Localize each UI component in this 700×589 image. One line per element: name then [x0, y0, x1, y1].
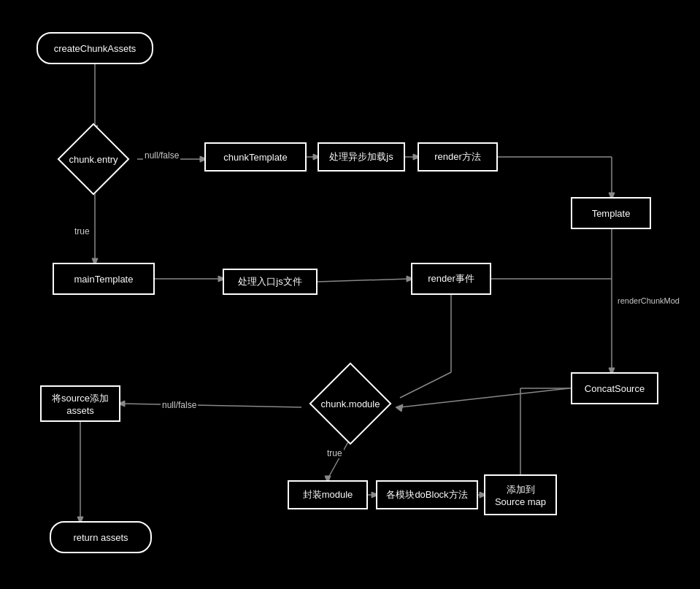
node-ConcatSource: ConcatSource — [571, 372, 658, 404]
node-mainTemplate: mainTemplate — [53, 263, 155, 295]
svg-line-24 — [122, 404, 301, 407]
node-returnAssets: return assets — [50, 521, 152, 553]
node-wrapModule: 封装module — [288, 480, 368, 509]
node-createChunkAssets: createChunkAssets — [36, 32, 153, 64]
flowchart-diagram: createChunkAssets chunk.entry chunkTempl… — [0, 0, 700, 589]
edge-label-nullFalse2: null/false — [161, 400, 198, 410]
edge-label-renderChunkMod: renderChunkMod — [616, 296, 681, 305]
node-chunk-module: chunk.module — [303, 371, 398, 436]
node-Template: Template — [571, 197, 651, 229]
edge-label-nullFalse1: null/false — [143, 150, 180, 161]
node-processEntry: 处理入口js文件 — [223, 269, 318, 295]
node-doBlock: 各模块doBlock方法 — [376, 480, 478, 509]
node-addSourceMap: 添加到 Source map — [484, 474, 557, 515]
edge-label-true2: true — [326, 448, 344, 458]
node-chunk-entry: chunk.entry — [50, 130, 137, 188]
node-chunk-entry-label: chunk.entry — [69, 154, 118, 165]
node-addSource: 将source添加 assets — [40, 385, 120, 422]
node-chunkTemplate: chunkTemplate — [204, 142, 307, 172]
svg-line-19 — [318, 279, 409, 282]
node-chunk-module-label: chunk.module — [321, 399, 380, 409]
node-renderMethod: render方法 — [418, 142, 498, 172]
node-processAsync: 处理异步加载js — [318, 142, 405, 172]
svg-line-23 — [400, 372, 451, 398]
node-renderEvent: render事件 — [411, 263, 491, 295]
svg-line-28 — [328, 438, 350, 479]
edge-label-true1: true — [73, 226, 91, 236]
svg-line-13 — [400, 388, 569, 407]
